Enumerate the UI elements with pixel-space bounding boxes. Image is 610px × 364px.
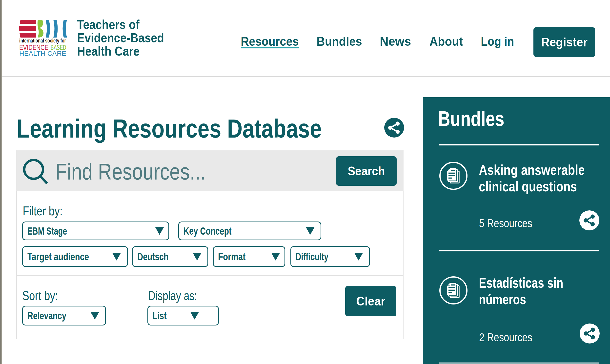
svg-text:international society for: international society for xyxy=(19,38,66,44)
svg-text:HEALTH CARE: HEALTH CARE xyxy=(19,50,66,57)
